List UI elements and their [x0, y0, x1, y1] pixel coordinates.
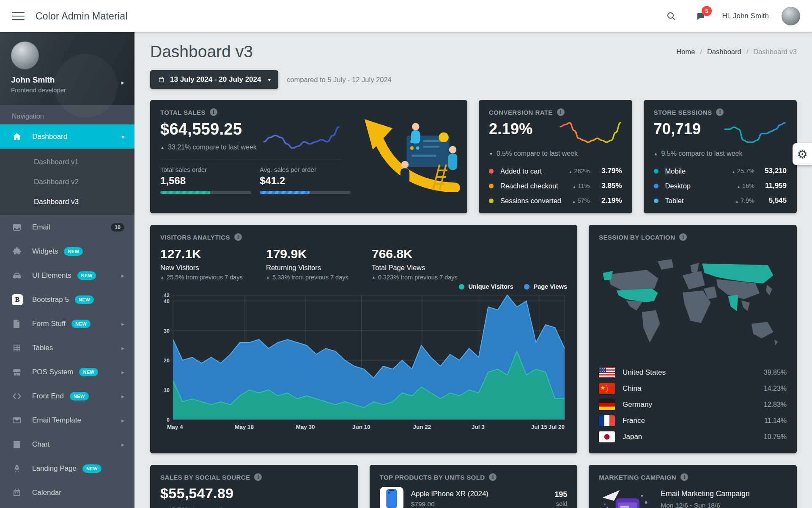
- title-bar: Dashboard v3 Home / Dashboard / Dashboar…: [150, 42, 797, 61]
- chevron-right-icon: ▸: [121, 320, 124, 327]
- trend-up-icon: ▲: [573, 185, 576, 189]
- product-price: $799.00: [411, 500, 555, 508]
- sidebar-item-dashboard[interactable]: Dashboard▾: [0, 124, 134, 149]
- svg-text:Jun 10: Jun 10: [352, 424, 370, 430]
- sidebar-item-tables[interactable]: Tables▸: [0, 336, 134, 360]
- metric-row-added-to-cart: Added to cart▲ 262%3.79%: [489, 167, 622, 175]
- info-icon[interactable]: i: [557, 108, 565, 116]
- card-title: TOP PRODUCTS BY UNITS SOLD: [380, 474, 485, 481]
- code-icon: [12, 391, 22, 401]
- sidebar-item-widgets[interactable]: WidgetsNEW: [0, 239, 134, 263]
- metric-change: ▲ 11%: [573, 182, 590, 189]
- info-icon[interactable]: i: [254, 473, 262, 481]
- kpi-row: TOTAL SALES i $64,559.25 ▲ 33.21% compar…: [150, 100, 797, 213]
- trend-down-icon: ▼: [489, 152, 493, 156]
- visitors-area-chart[interactable]: 01020304042May 4May 18May 30Jun 10Jun 22…: [160, 292, 567, 432]
- metric-label: Mobile: [665, 167, 732, 175]
- country-row-fr[interactable]: France11.14%: [599, 413, 787, 429]
- sidebar-subitem-dashboard-v2[interactable]: Dashboard v2: [0, 172, 134, 192]
- sidebar-item-landing-page[interactable]: Landing PageNEW: [0, 456, 134, 480]
- sidebar-subitem-dashboard-v1[interactable]: Dashboard v1: [0, 152, 134, 172]
- flag-de-icon: [599, 399, 615, 410]
- card-title: SESSION BY LOCATION: [599, 234, 675, 241]
- sidebar-item-map[interactable]: Map▸: [0, 505, 134, 508]
- product-list: Apple iPhone XR (2024)$799.00195sold: [380, 487, 568, 508]
- metric-row-tablet: Tablet▲ 7.9%5,545: [654, 196, 787, 205]
- info-icon[interactable]: i: [489, 473, 497, 481]
- metric-row-sessions-converted: Sessions converted▲ 57%2.19%: [489, 196, 622, 205]
- country-row-jp[interactable]: Japan10.75%: [599, 429, 787, 445]
- settings-gear-button[interactable]: ⚙: [793, 143, 812, 165]
- legend-unique-visitors[interactable]: Unique Visitors: [459, 282, 513, 291]
- calendar-icon: [158, 76, 165, 83]
- svg-text:30: 30: [164, 328, 170, 334]
- sidebar-item-ui-elements[interactable]: UI ElementsNEW▸: [0, 263, 134, 287]
- flag-fr-icon: [599, 415, 615, 426]
- search-icon[interactable]: [663, 8, 680, 25]
- legend-page-views[interactable]: Page Views: [524, 282, 567, 291]
- stat-change: ▲5.33% from previous 7 days: [266, 274, 372, 281]
- card-head: SESSION BY LOCATION i: [599, 233, 787, 241]
- svg-text:40: 40: [164, 298, 170, 304]
- user-avatar[interactable]: [782, 7, 800, 25]
- info-icon[interactable]: i: [716, 108, 724, 116]
- info-icon[interactable]: i: [679, 233, 687, 241]
- top-header: Color Admin Material 5 Hi, John Smith: [0, 0, 812, 32]
- sidebar-item-label: Bootstrap 5: [32, 295, 69, 304]
- sidebar-item-chart[interactable]: Chart▸: [0, 432, 134, 456]
- sidebar-nav: Dashboard▾Dashboard v1Dashboard v2Dashbo…: [0, 124, 134, 508]
- user-greeting[interactable]: Hi, John Smith: [722, 12, 769, 20]
- sidebar-subitem-dashboard-v3[interactable]: Dashboard v3: [0, 192, 134, 212]
- top-products-card: TOP PRODUCTS BY UNITS SOLD i Apple iPhon…: [370, 465, 578, 508]
- country-row-cn[interactable]: ★★★★★China14.23%: [599, 381, 787, 397]
- sidebar-item-email-template[interactable]: Email Template▸: [0, 408, 134, 432]
- bootstrap-icon: B: [12, 294, 23, 305]
- sidebar-item-label: Dashboard: [32, 133, 67, 141]
- country-value: 12.83%: [764, 401, 787, 409]
- country-row-us[interactable]: United States39.85%: [599, 364, 787, 381]
- product-qty: 195sold: [554, 490, 567, 507]
- card-title: STORE SESSIONS: [654, 109, 712, 116]
- sidebar-item-front-end[interactable]: Front EndNEW▸: [0, 384, 134, 408]
- date-range-button[interactable]: 13 July 2024 - 20 July 2024 ▾: [150, 70, 278, 89]
- card-head: SALES BY SOCIAL SOURCE i: [160, 473, 348, 481]
- world-map[interactable]: [599, 245, 787, 360]
- info-icon[interactable]: i: [680, 473, 688, 481]
- sidebar-item-pos-system[interactable]: POS SystemNEW▸: [0, 360, 134, 384]
- tables-icon: [12, 343, 22, 353]
- sidebar-item-email[interactable]: Email10: [0, 215, 134, 239]
- flag-us-icon: [599, 367, 615, 378]
- product-qty-value: 195: [554, 490, 567, 499]
- sidebar-item-label: Form Stuff: [32, 320, 66, 328]
- campaign-name: Email Marketing Campaign: [661, 489, 787, 498]
- breadcrumb-separator: /: [746, 48, 749, 56]
- breadcrumb-dashboard[interactable]: Dashboard: [707, 48, 741, 56]
- metric-label: Tablet: [665, 197, 735, 205]
- metric-row-desktop: Desktop▲ 16%11,959: [654, 182, 787, 190]
- profile-expand-icon[interactable]: ▸: [121, 79, 124, 86]
- breadcrumb-home[interactable]: Home: [676, 48, 695, 56]
- change-text: 33.21% compare to last week: [168, 144, 257, 151]
- card-head: MARKETING CAMPAIGN i: [599, 473, 787, 481]
- menu-toggle-icon[interactable]: [12, 12, 25, 20]
- sidebar-item-form-stuff[interactable]: Form StuffNEW▸: [0, 312, 134, 336]
- metric-value: 3.79%: [596, 167, 622, 175]
- product-row[interactable]: Apple iPhone XR (2024)$799.00195sold: [380, 487, 568, 508]
- substat-label: Avg. sales per order: [260, 166, 351, 173]
- conversion-sparkline: [559, 120, 622, 145]
- sidebar-profile[interactable]: John Smith Frontend developer ▸: [0, 32, 134, 105]
- chevron-right-icon: ▸: [121, 393, 124, 400]
- chevron-right-icon: ▸: [121, 417, 124, 424]
- sidebar-item-calendar[interactable]: Calendar: [0, 480, 134, 505]
- country-row-de[interactable]: Germany12.83%: [599, 397, 787, 413]
- marketing-campaign-card: MARKETING CAMPAIGN i: [589, 465, 797, 508]
- svg-text:★: ★: [600, 384, 606, 391]
- sidebar-item-bootstrap-5[interactable]: BBootstrap 5NEW: [0, 287, 134, 312]
- country-value: 14.23%: [764, 385, 787, 392]
- info-icon[interactable]: i: [234, 233, 242, 241]
- notifications-icon[interactable]: 5: [692, 8, 709, 25]
- info-icon[interactable]: i: [210, 108, 217, 116]
- page-title: Dashboard v3: [150, 42, 253, 61]
- sessions-value: 70,719: [654, 120, 701, 138]
- card-title: CONVERSION RATE: [489, 109, 553, 116]
